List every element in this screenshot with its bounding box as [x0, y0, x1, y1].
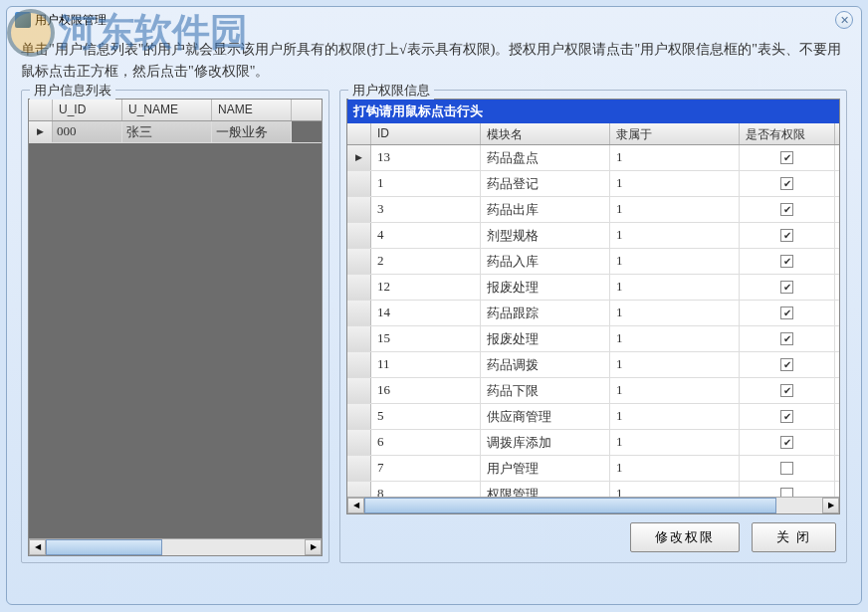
row-indicator-icon[interactable]	[347, 430, 371, 455]
user-grid[interactable]: U_ID U_NAME NAME ▶000张三一般业务 ◀ ▶	[28, 99, 323, 556]
h-scrollbar[interactable]: ◀ ▶	[29, 538, 322, 555]
permission-panel: 用户权限信息 打钩请用鼠标点击行头 ID 模块名 隶属于 是否有权限 ▶13药品…	[339, 90, 847, 563]
table-row[interactable]: 16药品下限1✔	[347, 378, 839, 404]
app-icon	[15, 12, 31, 28]
col-perm[interactable]: 是否有权限	[740, 123, 835, 144]
permission-checkbox[interactable]: ✔	[780, 384, 793, 397]
scroll-left-icon[interactable]: ◀	[347, 498, 364, 513]
row-indicator-icon[interactable]	[347, 326, 371, 351]
permission-grid[interactable]: 打钩请用鼠标点击行头 ID 模块名 隶属于 是否有权限 ▶13药品盘点1✔1药品…	[346, 99, 840, 514]
scroll-right-icon[interactable]: ▶	[305, 539, 322, 555]
close-icon[interactable]: ✕	[835, 11, 853, 29]
row-indicator-icon[interactable]	[347, 456, 371, 481]
row-indicator-icon[interactable]	[347, 352, 371, 377]
cell-belong: 1	[610, 301, 740, 325]
table-row[interactable]: 3药品出库1✔	[347, 197, 839, 223]
window-title: 用户权限管理	[35, 12, 107, 29]
table-row[interactable]: 15报废处理1✔	[347, 326, 839, 352]
row-indicator-icon[interactable]	[347, 171, 371, 196]
cell-belong: 1	[610, 197, 740, 222]
permission-checkbox[interactable]: ✔	[780, 151, 793, 164]
table-row[interactable]: 8权限管理1	[347, 482, 839, 497]
instructions-text: 单击"用户信息列表"的用户就会显示该用户所具有的权限(打上√表示具有权限)。授权…	[21, 39, 847, 84]
cell-perm: ✔	[740, 352, 835, 377]
permission-checkbox[interactable]: ✔	[780, 332, 793, 345]
permission-checkbox[interactable]: ✔	[780, 410, 793, 423]
row-indicator-icon[interactable]	[347, 197, 371, 222]
permission-checkbox[interactable]	[780, 488, 793, 497]
cell-uname: 张三	[122, 121, 212, 142]
cell-module: 报废处理	[481, 275, 610, 300]
col-id[interactable]: ID	[371, 123, 481, 144]
user-grid-header[interactable]: U_ID U_NAME NAME	[29, 100, 322, 121]
col-uid[interactable]: U_ID	[53, 100, 122, 120]
table-row[interactable]: 7用户管理1	[347, 456, 839, 482]
cell-perm: ✔	[740, 378, 835, 403]
cell-belong: 1	[610, 249, 740, 274]
permission-grid-header[interactable]: ID 模块名 隶属于 是否有权限	[347, 123, 839, 145]
table-row[interactable]: 1药品登记1✔	[347, 171, 839, 197]
close-button[interactable]: 关 闭	[752, 522, 836, 552]
cell-id: 12	[371, 275, 481, 300]
table-row[interactable]: 12报废处理1✔	[347, 275, 839, 301]
permission-checkbox[interactable]: ✔	[780, 229, 793, 242]
table-row[interactable]: 2药品入库1✔	[347, 249, 839, 275]
cell-module: 药品跟踪	[481, 301, 610, 325]
permission-checkbox[interactable]: ✔	[780, 255, 793, 268]
h-scrollbar[interactable]: ◀ ▶	[347, 497, 839, 513]
cell-belong: 1	[610, 326, 740, 351]
cell-belong: 1	[610, 145, 740, 170]
table-row[interactable]: 11药品调拨1✔	[347, 352, 839, 378]
cell-belong: 1	[610, 404, 740, 429]
scroll-right-icon[interactable]: ▶	[822, 498, 839, 513]
row-indicator-icon[interactable]	[347, 249, 371, 274]
cell-belong: 1	[610, 223, 740, 248]
cell-id: 15	[371, 326, 481, 351]
cell-module: 用户管理	[481, 456, 610, 481]
cell-id: 8	[371, 482, 481, 497]
cell-id: 4	[371, 223, 481, 248]
table-row[interactable]: 14药品跟踪1✔	[347, 301, 839, 326]
cell-perm: ✔	[740, 301, 835, 325]
cell-module: 药品盘点	[481, 145, 610, 170]
row-indicator-icon[interactable]	[347, 404, 371, 429]
row-indicator-icon[interactable]	[347, 378, 371, 403]
col-module[interactable]: 模块名	[481, 123, 610, 144]
permission-checkbox[interactable]: ✔	[780, 358, 793, 371]
cell-module: 药品出库	[481, 197, 610, 222]
col-belong[interactable]: 隶属于	[610, 123, 740, 144]
main-window: 用户权限管理 ✕ 河东软件园 单击"用户信息列表"的用户就会显示该用户所具有的权…	[6, 6, 862, 605]
cell-module: 药品登记	[481, 171, 610, 196]
table-row[interactable]: ▶13药品盘点1✔	[347, 145, 839, 171]
permission-checkbox[interactable]: ✔	[780, 436, 793, 449]
grid-subtitle: 打钩请用鼠标点击行头	[347, 100, 839, 123]
row-indicator-icon[interactable]	[347, 275, 371, 300]
row-indicator-icon[interactable]: ▶	[347, 145, 371, 170]
col-name[interactable]: NAME	[212, 100, 292, 120]
table-row[interactable]: 4剂型规格1✔	[347, 223, 839, 249]
permission-checkbox[interactable]	[780, 462, 793, 475]
row-indicator-icon[interactable]	[347, 223, 371, 248]
cell-id: 7	[371, 456, 481, 481]
table-row[interactable]: 6调拨库添加1✔	[347, 430, 839, 456]
cell-belong: 1	[610, 275, 740, 300]
cell-perm: ✔	[740, 197, 835, 222]
permission-checkbox[interactable]: ✔	[780, 203, 793, 216]
scroll-left-icon[interactable]: ◀	[29, 539, 46, 555]
permission-checkbox[interactable]: ✔	[780, 306, 793, 319]
cell-id: 13	[371, 145, 481, 170]
modify-permission-button[interactable]: 修改权限	[630, 522, 740, 552]
cell-id: 6	[371, 430, 481, 455]
cell-belong: 1	[610, 171, 740, 196]
col-uname[interactable]: U_NAME	[122, 100, 212, 120]
table-row[interactable]: 5供应商管理1✔	[347, 404, 839, 430]
cell-perm: ✔	[740, 275, 835, 300]
row-indicator-icon[interactable]	[347, 301, 371, 325]
cell-module: 药品下限	[481, 378, 610, 403]
cell-module: 供应商管理	[481, 404, 610, 429]
cell-module: 药品调拨	[481, 352, 610, 377]
permission-checkbox[interactable]: ✔	[780, 177, 793, 190]
table-row[interactable]: ▶000张三一般业务	[29, 121, 322, 143]
row-indicator-icon[interactable]	[347, 482, 371, 497]
permission-checkbox[interactable]: ✔	[780, 281, 793, 294]
